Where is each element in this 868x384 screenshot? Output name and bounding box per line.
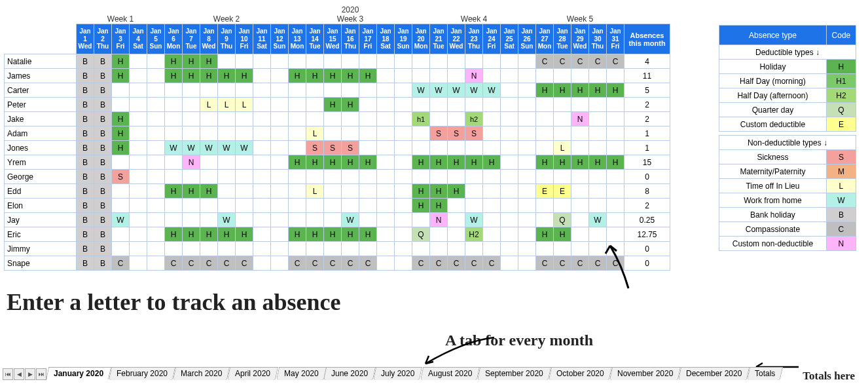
day-cell[interactable] (395, 184, 412, 199)
day-cell[interactable] (289, 184, 306, 199)
day-cell[interactable] (200, 112, 218, 126)
day-cell[interactable] (200, 155, 218, 170)
day-cell[interactable] (377, 155, 395, 170)
day-cell[interactable]: H (165, 227, 183, 242)
day-cell[interactable]: C (324, 256, 342, 271)
day-cell[interactable] (377, 170, 395, 184)
day-cell[interactable] (518, 184, 536, 199)
sheet-tab[interactable]: November 2020 (609, 367, 681, 380)
day-cell[interactable] (607, 213, 624, 227)
employee-name[interactable]: Eric (5, 227, 77, 242)
day-cell[interactable] (571, 227, 589, 242)
day-header[interactable]: Jan8Wed (200, 24, 218, 54)
day-cell[interactable] (165, 112, 183, 126)
day-cell[interactable]: B (77, 83, 94, 98)
day-cell[interactable]: H (112, 69, 130, 83)
day-cell[interactable]: H (342, 98, 359, 112)
day-cell[interactable] (607, 184, 624, 199)
day-cell[interactable] (147, 184, 165, 199)
day-cell[interactable] (271, 112, 289, 126)
day-cell[interactable]: C (589, 256, 607, 271)
day-cell[interactable] (218, 199, 236, 213)
day-cell[interactable]: H (589, 155, 607, 170)
day-cell[interactable] (289, 112, 306, 126)
day-cell[interactable] (483, 184, 501, 199)
day-cell[interactable] (518, 242, 536, 256)
day-header[interactable]: Jan5Sun (147, 24, 165, 54)
day-cell[interactable] (253, 213, 271, 227)
day-cell[interactable] (359, 112, 377, 126)
day-cell[interactable]: H (430, 199, 448, 213)
sheet-tab[interactable]: March 2020 (173, 367, 230, 380)
employee-name[interactable]: James (5, 69, 77, 83)
day-cell[interactable] (448, 141, 465, 155)
day-cell[interactable]: H (306, 69, 324, 83)
day-header[interactable]: Jan12Sun (271, 24, 289, 54)
day-cell[interactable] (395, 112, 412, 126)
day-cell[interactable] (430, 141, 448, 155)
day-cell[interactable] (554, 112, 571, 126)
day-cell[interactable] (147, 141, 165, 155)
day-cell[interactable] (518, 256, 536, 271)
day-cell[interactable] (165, 155, 183, 170)
day-cell[interactable]: C (554, 54, 571, 69)
day-header[interactable]: Jan2Thu (94, 24, 112, 54)
day-cell[interactable]: L (200, 98, 218, 112)
day-cell[interactable]: B (94, 112, 112, 126)
day-cell[interactable] (501, 126, 518, 141)
day-cell[interactable] (465, 170, 483, 184)
day-cell[interactable]: C (430, 256, 448, 271)
employee-name[interactable]: Jones (5, 141, 77, 155)
day-header[interactable]: Jan13Mon (289, 24, 306, 54)
day-cell[interactable] (448, 227, 465, 242)
day-cell[interactable]: C (359, 256, 377, 271)
day-cell[interactable] (147, 69, 165, 83)
day-cell[interactable] (518, 141, 536, 155)
day-header[interactable]: Jan18Sat (377, 24, 395, 54)
day-cell[interactable]: H (430, 155, 448, 170)
day-cell[interactable] (324, 199, 342, 213)
day-cell[interactable] (289, 126, 306, 141)
day-cell[interactable]: H (165, 69, 183, 83)
day-cell[interactable] (183, 199, 200, 213)
day-cell[interactable] (112, 155, 130, 170)
day-cell[interactable] (130, 170, 147, 184)
day-cell[interactable] (253, 242, 271, 256)
day-cell[interactable] (571, 141, 589, 155)
day-cell[interactable]: H (183, 184, 200, 199)
day-cell[interactable] (483, 98, 501, 112)
day-cell[interactable] (430, 112, 448, 126)
day-cell[interactable] (518, 199, 536, 213)
day-cell[interactable]: C (306, 256, 324, 271)
day-cell[interactable] (518, 54, 536, 69)
day-cell[interactable] (377, 112, 395, 126)
day-cell[interactable]: H (571, 155, 589, 170)
day-cell[interactable] (324, 184, 342, 199)
day-cell[interactable] (130, 184, 147, 199)
day-cell[interactable]: H (183, 227, 200, 242)
day-cell[interactable] (165, 98, 183, 112)
day-cell[interactable] (465, 199, 483, 213)
day-cell[interactable] (501, 69, 518, 83)
day-cell[interactable] (130, 256, 147, 271)
employee-name[interactable]: Edd (5, 184, 77, 199)
day-cell[interactable]: B (94, 242, 112, 256)
sheet-tab[interactable]: February 2020 (109, 367, 175, 380)
day-cell[interactable]: W (430, 83, 448, 98)
day-cell[interactable] (377, 69, 395, 83)
day-cell[interactable] (271, 69, 289, 83)
day-cell[interactable] (395, 69, 412, 83)
day-cell[interactable] (147, 54, 165, 69)
day-cell[interactable]: E (554, 184, 571, 199)
day-cell[interactable] (377, 54, 395, 69)
day-cell[interactable] (324, 112, 342, 126)
day-cell[interactable] (607, 242, 624, 256)
day-cell[interactable] (589, 126, 607, 141)
day-cell[interactable] (271, 126, 289, 141)
sheet-tab[interactable]: June 2020 (323, 367, 376, 380)
day-cell[interactable] (218, 170, 236, 184)
day-cell[interactable] (377, 242, 395, 256)
day-cell[interactable] (130, 213, 147, 227)
day-cell[interactable] (536, 170, 554, 184)
sheet-tab[interactable]: December 2020 (678, 367, 750, 380)
